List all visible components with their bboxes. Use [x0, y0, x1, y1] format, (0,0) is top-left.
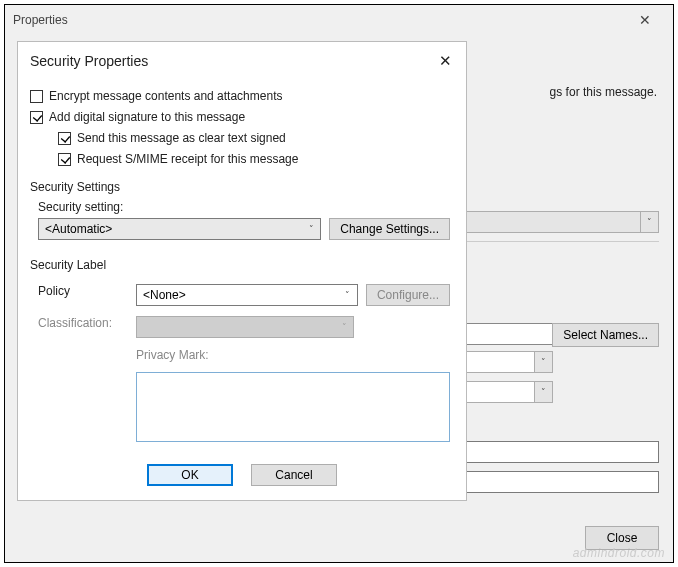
properties-textbox-1[interactable]	[453, 323, 563, 345]
security-settings-legend: Security Settings	[30, 180, 124, 194]
receipt-label: Request S/MIME receipt for this message	[77, 152, 298, 166]
encrypt-checkbox[interactable]	[30, 90, 43, 103]
properties-textbox-2[interactable]	[453, 441, 659, 463]
policy-value: <None>	[143, 288, 186, 302]
security-setting-label: Security setting:	[38, 200, 450, 214]
sign-label: Add digital signature to this message	[49, 110, 245, 124]
cleartext-label: Send this message as clear text signed	[77, 131, 286, 145]
classification-label: Classification:	[38, 316, 128, 330]
close-icon[interactable]: ✕	[625, 9, 665, 31]
security-properties-dialog: Security Properties ✕ Encrypt message co…	[17, 41, 467, 501]
chevron-down-icon: ˅	[541, 358, 546, 367]
security-setting-value: <Automatic>	[45, 222, 112, 236]
close-icon[interactable]: ✕	[430, 50, 460, 72]
select-names-button[interactable]: Select Names...	[552, 323, 659, 347]
privacy-mark-label: Privacy Mark:	[136, 348, 358, 362]
chevron-down-icon: ˅	[647, 218, 652, 227]
classification-select: ˅	[136, 316, 354, 338]
security-setting-select[interactable]: <Automatic> ˅	[38, 218, 321, 240]
properties-dropdown-1[interactable]: ˅	[459, 211, 659, 233]
properties-textbox-3[interactable]	[453, 471, 659, 493]
receipt-checkbox[interactable]	[58, 153, 71, 166]
cancel-button[interactable]: Cancel	[251, 464, 337, 486]
encrypt-label: Encrypt message contents and attachments	[49, 89, 282, 103]
chevron-down-icon: ˅	[309, 225, 314, 234]
policy-label: Policy	[38, 284, 128, 298]
chevron-down-icon: ˅	[541, 388, 546, 397]
policy-select[interactable]: <None> ˅	[136, 284, 358, 306]
properties-dropdown-2[interactable]: ˅	[453, 351, 553, 373]
properties-title: Properties	[13, 13, 68, 27]
ok-button[interactable]: OK	[147, 464, 233, 486]
chevron-down-icon: ˅	[342, 323, 347, 332]
cleartext-checkbox[interactable]	[58, 132, 71, 145]
privacy-mark-textarea	[136, 372, 450, 442]
properties-dropdown-3[interactable]: ˅	[453, 381, 553, 403]
chevron-down-icon: ˅	[345, 291, 350, 300]
properties-hint-text: gs for this message.	[550, 85, 657, 99]
sign-checkbox[interactable]	[30, 111, 43, 124]
properties-titlebar: Properties ✕	[5, 5, 673, 31]
security-label-legend: Security Label	[30, 258, 110, 272]
watermark: admindroid.com	[573, 546, 665, 560]
change-settings-button[interactable]: Change Settings...	[329, 218, 450, 240]
security-dialog-title: Security Properties	[30, 53, 148, 69]
configure-button: Configure...	[366, 284, 450, 306]
